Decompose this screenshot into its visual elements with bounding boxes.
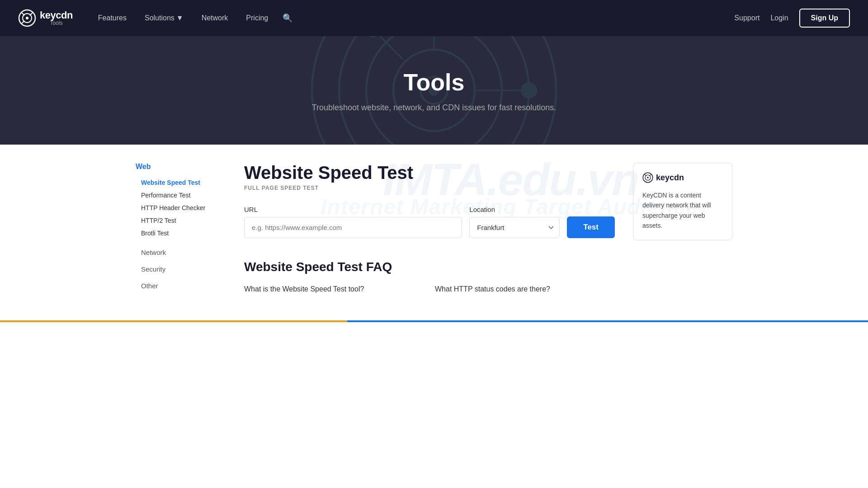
keycdn-card-logo-text: keycdn xyxy=(656,173,684,183)
navbar: keycdn Tools Features Solutions ▼ Networ… xyxy=(0,0,868,36)
svg-point-12 xyxy=(521,82,537,99)
keycdn-card: keycdn KeyCDN is a content delivery netw… xyxy=(633,163,732,240)
faq-question-2: What HTTP status codes are there? xyxy=(435,285,550,293)
keycdn-card-logo-icon xyxy=(642,172,653,183)
nav-links: Features Solutions ▼ Network Pricing 🔍 xyxy=(91,9,735,27)
sidebar-item-performance-test[interactable]: Performance Test xyxy=(136,189,226,202)
svg-line-21 xyxy=(645,174,646,176)
location-form-group: Location Frankfurt New York London Singa… xyxy=(469,206,560,238)
faq-grid: What is the Website Speed Test tool? Wha… xyxy=(244,285,615,293)
bottom-bar xyxy=(0,320,868,322)
sidebar: Web Website Speed Test Performance Test … xyxy=(136,163,226,293)
keycdn-card-logo: keycdn xyxy=(642,172,723,183)
url-form-group: URL xyxy=(244,206,462,238)
nav-solutions[interactable]: Solutions ▼ xyxy=(137,10,191,26)
test-button[interactable]: Test xyxy=(567,216,615,238)
svg-line-3 xyxy=(22,13,24,15)
content-area: Website Speed Test FULL PAGE SPEED TEST … xyxy=(244,163,615,293)
search-icon[interactable]: 🔍 xyxy=(279,9,296,27)
tool-subtitle: FULL PAGE SPEED TEST xyxy=(244,185,615,191)
faq-question-1: What is the Website Speed Test tool? xyxy=(244,285,364,293)
nav-pricing[interactable]: Pricing xyxy=(239,10,275,26)
nav-solutions-label: Solutions xyxy=(145,14,175,22)
hero-section: Tools Troubleshoot website, network, and… xyxy=(0,36,868,145)
sidebar-network-label: Network xyxy=(136,249,226,256)
sidebar-item-brotli-test[interactable]: Brotli Test xyxy=(136,227,226,239)
hero-subtitle: Troubleshoot website, network, and CDN i… xyxy=(312,103,557,113)
sidebar-right: keycdn KeyCDN is a content delivery netw… xyxy=(633,163,732,293)
nav-features[interactable]: Features xyxy=(91,10,134,26)
tool-title: Website Speed Test xyxy=(244,163,615,183)
logo-link[interactable]: keycdn Tools xyxy=(18,9,73,27)
svg-point-20 xyxy=(647,177,649,178)
faq-item-2: What HTTP status codes are there? xyxy=(435,285,615,293)
svg-line-5 xyxy=(22,21,24,23)
support-link[interactable]: Support xyxy=(734,14,760,22)
svg-line-16 xyxy=(373,36,404,60)
sidebar-security-label: Security xyxy=(136,265,226,273)
signup-button[interactable]: Sign Up xyxy=(799,9,850,28)
keycdn-logo-icon xyxy=(18,9,36,27)
svg-line-4 xyxy=(30,13,33,15)
svg-point-13 xyxy=(365,36,381,38)
location-select[interactable]: Frankfurt New York London Singapore Los … xyxy=(469,217,560,238)
test-form: URL Location Frankfurt New York London S… xyxy=(244,206,615,238)
nav-network[interactable]: Network xyxy=(194,10,236,26)
main-content: IMTA.edu.vn Internet Marketing Target Au… xyxy=(118,145,750,311)
location-label: Location xyxy=(469,206,560,213)
sidebar-web-label: Web xyxy=(136,163,226,171)
faq-title: Website Speed Test FAQ xyxy=(244,260,615,274)
faq-item-1: What is the Website Speed Test tool? xyxy=(244,285,424,293)
hero-title: Tools xyxy=(404,69,465,96)
login-link[interactable]: Login xyxy=(770,14,788,22)
sidebar-item-http-header-checker[interactable]: HTTP Header Checker xyxy=(136,202,226,214)
chevron-down-icon: ▼ xyxy=(176,14,184,22)
logo-tools-text: Tools xyxy=(40,20,73,26)
svg-point-2 xyxy=(26,17,28,19)
keycdn-card-description: KeyCDN is a content delivery network tha… xyxy=(642,190,723,231)
sidebar-item-website-speed-test[interactable]: Website Speed Test xyxy=(136,176,226,189)
url-label: URL xyxy=(244,206,462,213)
svg-line-22 xyxy=(650,174,651,176)
logo-keycdn-text: keycdn xyxy=(40,10,73,20)
sidebar-other-label: Other xyxy=(136,282,226,290)
sidebar-item-http2-test[interactable]: HTTP/2 Test xyxy=(136,214,226,227)
url-input[interactable] xyxy=(244,217,462,238)
nav-right: Support Login Sign Up xyxy=(734,9,850,28)
